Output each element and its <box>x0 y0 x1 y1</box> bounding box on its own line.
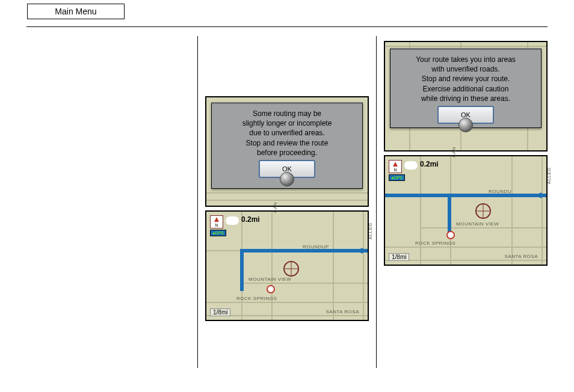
map-background: ROUNDU MOUNTAIN VIEW ROCK SPRINGS SANTA … <box>385 156 546 265</box>
scale-badge: 1/8mi <box>210 308 230 316</box>
screenshot-dialog-unverified-roads: Your route takes you into areas with unv… <box>384 41 548 152</box>
road-line <box>206 192 368 194</box>
distance-badge: 0.2mi <box>420 160 439 168</box>
road-label-alleg: ALLEG <box>546 167 552 184</box>
road-label-rock-springs: ROCK SPRINGS <box>415 240 455 246</box>
ok-knob-icon <box>280 172 294 186</box>
screenshot-dialog-unverified-areas: Some routing may be slightly longer or i… <box>205 96 369 207</box>
dialog-line: due to unverified areas. <box>217 128 357 138</box>
road-line <box>420 156 421 265</box>
dialog-line: with unverified roads. <box>395 64 536 74</box>
road-line <box>206 302 368 303</box>
distance-badge: 0.2mi <box>241 215 260 224</box>
dialog-line: Stop and review the route <box>217 138 357 148</box>
road-line <box>363 212 364 320</box>
ok-button-row: OK <box>212 159 362 182</box>
dialog-line: Your route takes you into areas <box>395 55 536 64</box>
road-label-roundup: ROUNDUP <box>303 244 329 250</box>
column-2: Some routing may be slightly longer or i… <box>205 36 369 368</box>
columns: Some routing may be slightly longer or i… <box>26 36 548 368</box>
road-line <box>206 200 368 201</box>
route-line <box>448 194 451 236</box>
screenshot-map-route-off: ROUNDUP MOUNTAIN VIEW ROCK SPRINGS SANTA… <box>205 210 369 321</box>
main-menu-box: Main Menu <box>27 4 125 19</box>
road-label-alleg: ALLEG <box>368 222 373 239</box>
gps-badge: ●GPS <box>389 174 405 181</box>
route-line <box>385 194 546 197</box>
dialog-line: Exercise additional caution <box>395 84 536 94</box>
road-line <box>241 283 368 284</box>
road-line <box>385 247 546 248</box>
main-menu-label: Main Menu <box>55 7 96 16</box>
road-line <box>511 156 513 265</box>
compass-letter: N <box>215 223 218 227</box>
scale-badge: 1/8mi <box>389 253 409 261</box>
gps-badge: ●GPS <box>210 230 226 236</box>
map-background: ROUNDUP MOUNTAIN VIEW ROCK SPRINGS SANTA… <box>206 212 368 320</box>
road-line <box>420 227 546 228</box>
dialog-line: Some routing may be <box>217 109 357 118</box>
compass-icon[interactable]: N <box>389 160 402 173</box>
route-arrow-icon <box>356 248 363 254</box>
road-label-santa-rosa: SANTA ROSA <box>326 309 359 314</box>
compass-icon[interactable]: N <box>210 215 223 228</box>
destination-icon <box>446 231 455 239</box>
caution-dialog: Some routing may be slightly longer or i… <box>211 102 363 189</box>
vehicle-crosshair-icon <box>475 203 491 219</box>
road-label-mountain-view: MOUNTAIN VIEW <box>248 277 291 282</box>
dialog-text: Some routing may be slightly longer or i… <box>212 104 362 159</box>
road-label-can: CAN <box>451 147 457 158</box>
route-arrow-icon <box>534 192 542 198</box>
route-line <box>240 249 244 291</box>
dialog-text: Your route takes you into areas with unv… <box>390 50 541 105</box>
ok-button[interactable]: OK <box>437 106 494 124</box>
road-label-mountain-view: MOUNTAIN VIEW <box>456 221 499 227</box>
road-label-santa-rosa: SANTA ROSA <box>504 254 538 259</box>
dialog-line: before proceeding. <box>217 148 357 158</box>
ok-button-row: OK <box>390 105 541 127</box>
road-line <box>333 212 334 320</box>
dialog-line: while driving in these areas. <box>395 94 536 103</box>
column-divider-2 <box>376 36 377 368</box>
road-label-roundup: ROUNDU <box>489 189 511 194</box>
screenshot-map-route-on: ROUNDU MOUNTAIN VIEW ROCK SPRINGS SANTA … <box>384 155 548 266</box>
header-rule <box>26 26 548 27</box>
vehicle-crosshair-icon <box>283 261 299 277</box>
road-label-rock-springs: ROCK SPRINGS <box>236 296 277 301</box>
cloud-icon <box>226 216 239 225</box>
column-1 <box>26 36 190 368</box>
road-label-can: CAN <box>273 202 278 213</box>
road-line <box>271 212 273 320</box>
dialog-line: slightly longer or incomplete <box>217 118 357 128</box>
destination-icon <box>267 285 275 293</box>
caution-dialog: Your route takes you into areas with unv… <box>390 48 542 128</box>
column-3: Your route takes you into areas with unv… <box>384 36 548 368</box>
column-divider-1 <box>197 36 198 368</box>
ok-knob-icon <box>458 118 473 132</box>
road-line <box>385 46 546 47</box>
cloud-icon <box>404 161 418 170</box>
compass-letter: N <box>393 168 397 172</box>
dialog-line: Stop and review your route. <box>395 74 536 84</box>
ok-button[interactable]: OK <box>259 160 315 178</box>
road-line <box>542 156 543 265</box>
